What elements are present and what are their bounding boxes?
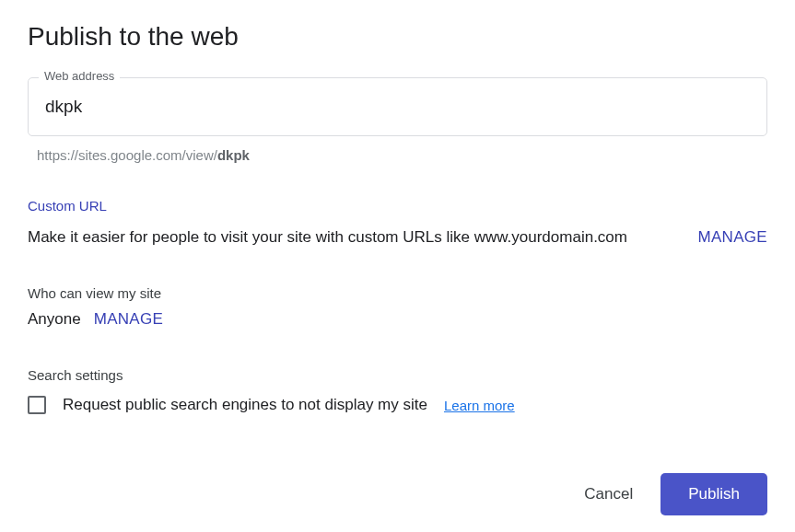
web-address-label: Web address — [39, 69, 120, 83]
dialog-actions: Cancel Publish — [577, 473, 767, 515]
search-checkbox[interactable] — [28, 396, 46, 414]
url-preview-slug: dkpk — [217, 147, 250, 163]
dialog-title: Publish to the web — [28, 22, 767, 52]
custom-url-description: Make it easier for people to visit your … — [28, 228, 627, 247]
search-settings-row: Request public search engines to not dis… — [28, 396, 767, 414]
search-learn-more-link[interactable]: Learn more — [444, 398, 515, 413]
web-address-field-wrapper: Web address — [28, 77, 767, 136]
cancel-button[interactable]: Cancel — [577, 476, 640, 513]
web-address-input[interactable] — [28, 77, 767, 136]
custom-url-manage-link[interactable]: MANAGE — [698, 228, 767, 247]
search-settings-heading: Search settings — [28, 367, 767, 383]
viewers-row: Anyone MANAGE — [28, 310, 767, 329]
custom-url-heading: Custom URL — [28, 198, 767, 214]
url-preview-prefix: https://sites.google.com/view/ — [37, 147, 217, 163]
viewers-heading: Who can view my site — [28, 285, 767, 301]
viewers-value: Anyone — [28, 310, 81, 329]
custom-url-row: Make it easier for people to visit your … — [28, 228, 767, 247]
search-checkbox-label: Request public search engines to not dis… — [63, 396, 427, 414]
publish-button[interactable]: Publish — [661, 473, 767, 515]
viewers-manage-link[interactable]: MANAGE — [94, 310, 163, 329]
publish-dialog: Publish to the web Web address https://s… — [0, 0, 795, 532]
url-preview: https://sites.google.com/view/dkpk — [37, 147, 767, 163]
